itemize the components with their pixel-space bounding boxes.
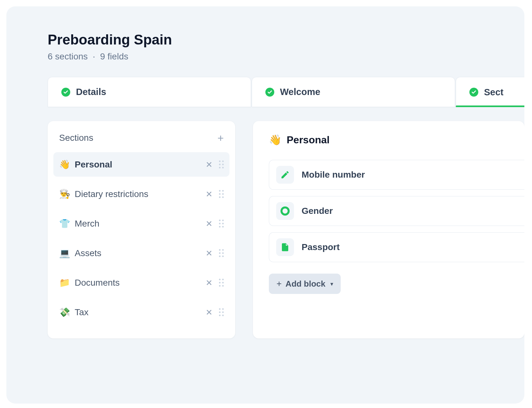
remove-section-button[interactable]: ✕	[206, 279, 213, 287]
chef-icon: 👨‍🍳	[59, 189, 70, 199]
sections-header: Sections +	[53, 130, 229, 152]
section-item-personal[interactable]: 👋 Personal ✕	[53, 152, 229, 177]
wave-icon: 👋	[269, 134, 282, 146]
edit-icon	[276, 166, 294, 184]
remove-section-button[interactable]: ✕	[206, 190, 213, 198]
section-controls: ✕	[206, 160, 224, 169]
fields-header: 👋 Personal	[269, 134, 524, 146]
section-item-merch[interactable]: 👕 Merch ✕	[53, 211, 229, 236]
money-icon: 💸	[59, 307, 70, 317]
add-block-button[interactable]: + Add block ▾	[269, 274, 341, 294]
meta-separator: ·	[93, 51, 95, 61]
field-label: Passport	[302, 242, 340, 252]
wave-icon: 👋	[59, 159, 70, 170]
check-icon	[61, 88, 70, 97]
add-block-label: Add block	[285, 279, 325, 289]
section-item-assets[interactable]: 💻 Assets ✕	[53, 241, 229, 265]
tab-label: Welcome	[280, 87, 320, 97]
tabs-row: Details Welcome Sect	[48, 77, 524, 107]
check-icon	[469, 88, 478, 97]
fields-title: Personal	[287, 134, 330, 146]
section-controls: ✕	[206, 220, 224, 228]
section-item-left: 💸 Tax	[59, 307, 89, 317]
tab-details[interactable]: Details	[48, 77, 251, 107]
section-item-left: 💻 Assets	[59, 248, 101, 258]
section-item-left: 👨‍🍳 Dietary restrictions	[59, 189, 148, 199]
section-item-tax[interactable]: 💸 Tax ✕	[53, 300, 229, 324]
page-title: Preboarding Spain	[48, 32, 524, 48]
tab-label: Sect	[484, 87, 503, 98]
field-label: Mobile number	[302, 170, 365, 180]
remove-section-button[interactable]: ✕	[206, 220, 213, 228]
page-meta: 6 sections · 9 fields	[48, 51, 524, 62]
tab-welcome[interactable]: Welcome	[252, 77, 455, 107]
field-item-passport[interactable]: Passport	[269, 232, 524, 262]
section-item-documents[interactable]: 📁 Documents ✕	[53, 270, 229, 295]
section-item-label: Merch	[75, 219, 99, 229]
drag-handle-icon[interactable]	[219, 249, 224, 257]
fields-count: 9	[100, 51, 105, 61]
field-item-mobile-number[interactable]: Mobile number	[269, 160, 524, 190]
fields-panel: 👋 Personal Mobile number Gender Pas	[253, 121, 524, 338]
remove-section-button[interactable]: ✕	[206, 308, 213, 316]
remove-section-button[interactable]: ✕	[206, 160, 213, 169]
add-section-button[interactable]: +	[217, 133, 224, 143]
section-item-left: 👋 Personal	[59, 159, 112, 170]
section-item-label: Assets	[75, 248, 101, 258]
section-item-label: Personal	[75, 160, 112, 170]
app-frame: Preboarding Spain 6 sections · 9 fields …	[6, 6, 524, 404]
section-item-left: 👕 Merch	[59, 218, 99, 229]
tab-sections[interactable]: Sect	[456, 77, 524, 107]
remove-section-button[interactable]: ✕	[206, 249, 213, 257]
laptop-icon: 💻	[59, 248, 70, 258]
sections-count: 6	[48, 51, 53, 61]
radio-icon	[276, 202, 294, 220]
drag-handle-icon[interactable]	[219, 190, 224, 198]
sections-title: Sections	[59, 133, 93, 143]
check-icon	[265, 88, 274, 97]
section-controls: ✕	[206, 190, 224, 198]
section-item-label: Dietary restrictions	[75, 189, 148, 199]
section-item-dietary[interactable]: 👨‍🍳 Dietary restrictions ✕	[53, 182, 229, 206]
tab-label: Details	[76, 87, 106, 97]
field-item-gender[interactable]: Gender	[269, 196, 524, 226]
sections-word: sections	[55, 51, 88, 61]
chevron-down-icon: ▾	[331, 281, 333, 287]
folder-icon: 📁	[59, 277, 70, 288]
field-label: Gender	[302, 206, 333, 216]
document-icon	[276, 238, 294, 256]
shirt-icon: 👕	[59, 218, 70, 229]
drag-handle-icon[interactable]	[219, 308, 224, 316]
svg-point-0	[282, 207, 289, 215]
fields-word: fields	[107, 51, 128, 61]
content-row: Sections + 👋 Personal ✕ 👨‍🍳 Dietary rest…	[48, 121, 524, 338]
drag-handle-icon[interactable]	[219, 160, 224, 168]
drag-handle-icon[interactable]	[219, 220, 224, 228]
section-item-label: Tax	[75, 307, 89, 317]
section-item-label: Documents	[75, 278, 120, 288]
section-item-left: 📁 Documents	[59, 277, 120, 288]
section-controls: ✕	[206, 249, 224, 257]
section-controls: ✕	[206, 308, 224, 316]
sections-panel: Sections + 👋 Personal ✕ 👨‍🍳 Dietary rest…	[48, 121, 235, 338]
section-controls: ✕	[206, 279, 224, 287]
plus-icon: +	[276, 279, 282, 289]
drag-handle-icon[interactable]	[219, 279, 224, 287]
